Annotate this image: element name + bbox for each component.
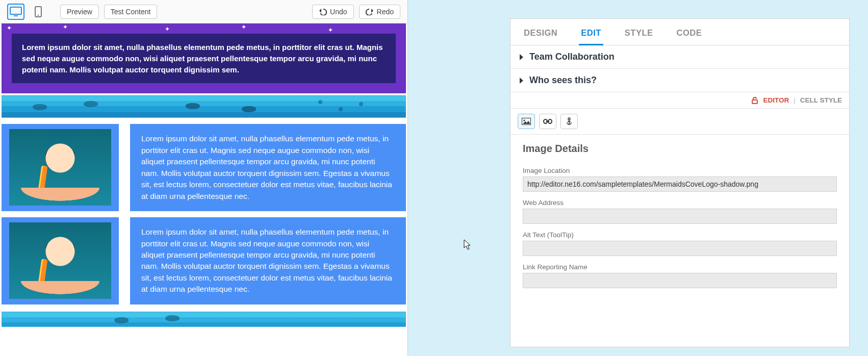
link-reporting-name-input[interactable] bbox=[523, 273, 837, 288]
redo-icon bbox=[366, 8, 374, 15]
link-reporting-name-label: Link Reporting Name bbox=[523, 263, 837, 271]
undo-button[interactable]: Undo bbox=[312, 5, 353, 19]
svg-point-3 bbox=[38, 14, 39, 15]
svg-rect-1 bbox=[14, 15, 18, 16]
link-tool-button[interactable] bbox=[539, 114, 556, 129]
canvas-pane: Preview Test Content Undo Redo ✦ ✦ ✦ ✦ bbox=[0, 0, 408, 356]
web-address-input[interactable] bbox=[523, 209, 837, 224]
text-block-1[interactable]: Lorem ipsum dolor sit amet, nulla phasel… bbox=[130, 124, 406, 211]
separator: | bbox=[792, 96, 797, 104]
svg-rect-4 bbox=[752, 100, 757, 104]
mode-editor[interactable]: EDITOR bbox=[763, 96, 789, 104]
accordion-label: Team Collaboration bbox=[529, 52, 615, 62]
desktop-view-button[interactable] bbox=[7, 4, 24, 20]
alt-text-input[interactable] bbox=[523, 241, 837, 256]
image-location-input[interactable] bbox=[523, 176, 837, 192]
image-location-label: Image Location bbox=[523, 167, 837, 174]
redo-button[interactable]: Redo bbox=[359, 5, 400, 19]
anchor-icon bbox=[566, 117, 573, 125]
element-toolbar bbox=[510, 109, 849, 135]
undo-icon bbox=[319, 8, 327, 15]
anchor-tool-button[interactable] bbox=[560, 114, 578, 129]
accordion-label: Who sees this? bbox=[529, 75, 597, 86]
tab-style[interactable]: STYLE bbox=[625, 28, 653, 45]
redo-label: Redo bbox=[377, 8, 394, 16]
panel-tabs: DESIGN EDIT STYLE CODE bbox=[510, 19, 849, 45]
caret-right-icon bbox=[520, 54, 523, 60]
divider-image[interactable] bbox=[2, 95, 406, 118]
text-block-2[interactable]: Lorem ipsum dolor sit amet, nulla phasel… bbox=[130, 217, 406, 304]
gap-area bbox=[408, 0, 510, 356]
content-row-2: Lorem ipsum dolor sit amet, nulla phasel… bbox=[2, 217, 406, 304]
accordion-who-sees-this[interactable]: Who sees this? bbox=[510, 69, 849, 92]
mode-bar: EDITOR | CELL STYLE bbox=[510, 92, 849, 109]
mode-cell-style[interactable]: CELL STYLE bbox=[800, 96, 842, 104]
undo-label: Undo bbox=[330, 8, 347, 16]
web-address-label: Web Address bbox=[523, 199, 837, 207]
snorkel-image bbox=[9, 129, 111, 206]
accordion-team-collaboration[interactable]: Team Collaboration bbox=[510, 45, 849, 69]
tab-edit[interactable]: EDIT bbox=[581, 28, 601, 45]
svg-rect-0 bbox=[10, 7, 21, 14]
tab-code[interactable]: CODE bbox=[677, 28, 702, 45]
mobile-view-button[interactable] bbox=[30, 4, 47, 20]
link-icon bbox=[543, 118, 552, 124]
unlock-icon[interactable] bbox=[751, 97, 759, 104]
tab-design[interactable]: DESIGN bbox=[524, 28, 557, 45]
hero-section[interactable]: ✦ ✦ ✦ ✦ ✦ ✦ ✦ Lorem ipsum dolor sit amet… bbox=[2, 23, 406, 93]
image-tool-button[interactable] bbox=[518, 114, 535, 129]
snorkel-image bbox=[9, 222, 111, 299]
svg-point-6 bbox=[523, 119, 525, 121]
section-title: Image Details bbox=[510, 135, 849, 158]
image-block-2[interactable] bbox=[2, 217, 119, 304]
alt-text-label: Alt Text (ToolTip) bbox=[523, 231, 837, 239]
svg-point-9 bbox=[568, 118, 570, 120]
test-content-button[interactable]: Test Content bbox=[104, 5, 158, 19]
canvas-area[interactable]: ✦ ✦ ✦ ✦ ✦ ✦ ✦ Lorem ipsum dolor sit amet… bbox=[0, 23, 407, 356]
divider-image-bottom[interactable] bbox=[2, 312, 406, 327]
desktop-icon bbox=[10, 7, 22, 17]
hero-text[interactable]: Lorem ipsum dolor sit amet, nulla phasel… bbox=[12, 34, 396, 83]
canvas-toolbar: Preview Test Content Undo Redo bbox=[0, 0, 407, 23]
image-details-form: Image Location Web Address Alt Text (Too… bbox=[510, 158, 849, 298]
image-icon bbox=[522, 118, 531, 125]
image-block-1[interactable] bbox=[2, 124, 119, 211]
caret-right-icon bbox=[520, 78, 523, 84]
preview-button[interactable]: Preview bbox=[60, 5, 99, 19]
mobile-icon bbox=[35, 6, 42, 17]
properties-panel: DESIGN EDIT STYLE CODE Team Collaboratio… bbox=[510, 18, 850, 347]
content-row-1: Lorem ipsum dolor sit amet, nulla phasel… bbox=[2, 124, 406, 211]
